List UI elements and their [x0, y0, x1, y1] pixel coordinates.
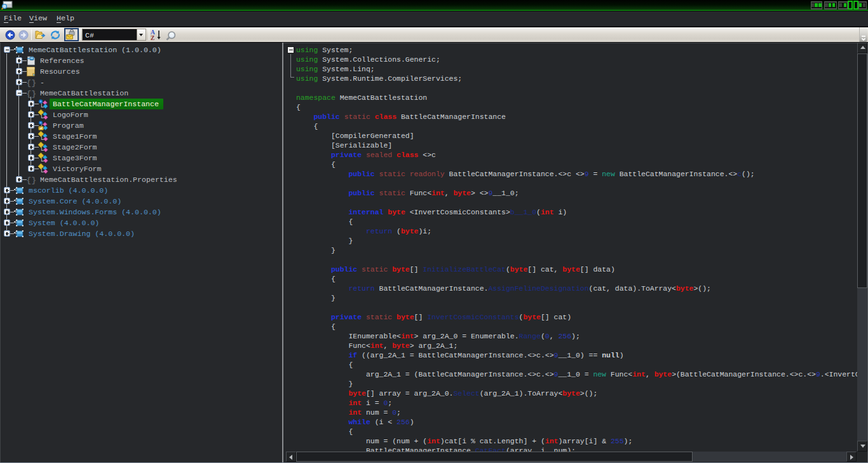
- svg-text:Z: Z: [151, 35, 154, 41]
- svg-text:{}: {}: [27, 176, 37, 185]
- svg-text:{}: {}: [27, 78, 37, 88]
- svg-text:{}: {}: [27, 89, 37, 99]
